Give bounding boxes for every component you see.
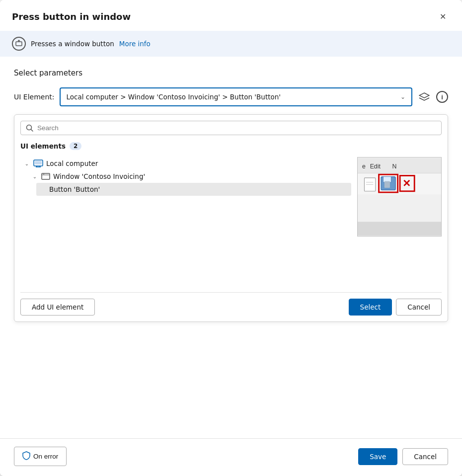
press-button-icon — [12, 37, 26, 51]
svg-line-4 — [31, 130, 33, 132]
button-label: Button 'Button' — [49, 185, 100, 193]
tree-item-window[interactable]: ⌄ Window 'Contoso Invoicing' — [28, 170, 351, 183]
layers-icon — [419, 92, 430, 101]
svg-text:Edit: Edit — [370, 163, 381, 170]
dialog-body: Select parameters UI Element: Local comp… — [0, 57, 462, 438]
search-input[interactable] — [37, 124, 436, 132]
on-error-button[interactable]: On error — [14, 447, 67, 466]
save-button[interactable]: Save — [358, 448, 397, 465]
computer-icon — [33, 159, 43, 167]
tree-item-button[interactable]: Button 'Button' — [36, 183, 351, 196]
info-bar: Presses a window button More info — [0, 31, 462, 57]
svg-text:e: e — [362, 163, 366, 170]
svg-rect-10 — [42, 173, 50, 179]
search-icon — [26, 124, 33, 132]
more-info-link[interactable]: More info — [119, 40, 151, 48]
close-button[interactable]: ✕ — [435, 9, 450, 24]
local-computer-label: Local computer — [46, 159, 98, 167]
tree-container: ⌄ Local computer — [20, 157, 442, 285]
field-row: UI Element: Local computer > Window 'Con… — [14, 87, 448, 106]
ui-elements-count: 2 — [70, 142, 81, 150]
tree-list: ⌄ Local computer — [20, 157, 351, 285]
svg-rect-22 — [385, 181, 390, 188]
panel-cancel-button[interactable]: Cancel — [396, 299, 442, 316]
cancel-button[interactable]: Cancel — [402, 448, 448, 465]
dialog-footer: On error Save Cancel — [0, 438, 462, 476]
panel-footer: Add UI element Select Cancel — [20, 292, 442, 316]
dropdown-value: Local computer > Window 'Contoso Invoici… — [67, 93, 400, 101]
window-icon — [41, 173, 50, 180]
field-label: UI Element: — [14, 93, 55, 101]
preview-box: e Edit N — [357, 157, 442, 237]
dialog-header: Press button in window ✕ — [0, 0, 462, 31]
shield-icon — [22, 451, 30, 462]
dialog-title: Press button in window — [12, 11, 131, 22]
select-button[interactable]: Select — [349, 299, 392, 316]
svg-text:✕: ✕ — [402, 178, 411, 189]
panel-left-buttons: Add UI element — [20, 299, 95, 316]
panel-right-buttons: Select Cancel — [349, 299, 442, 316]
info-text: Presses a window button — [31, 40, 114, 48]
dialog-container: Press button in window ✕ Presses a windo… — [0, 0, 462, 476]
ui-element-dropdown[interactable]: Local computer > Window 'Contoso Invoici… — [60, 87, 412, 106]
expand-icon: ⌄ — [23, 161, 30, 166]
expand-icon-2: ⌄ — [31, 174, 38, 179]
on-error-label: On error — [33, 453, 58, 460]
section-title: Select parameters — [14, 69, 448, 78]
add-ui-element-button[interactable]: Add UI element — [20, 299, 95, 316]
svg-rect-9 — [35, 161, 42, 164]
svg-rect-29 — [358, 222, 441, 236]
info-icon-button[interactable]: i — [436, 91, 448, 103]
dropdown-container: Local computer > Window 'Contoso Invoici… — [60, 87, 448, 106]
svg-rect-0 — [16, 42, 22, 46]
window-label: Window 'Contoso Invoicing' — [53, 172, 145, 180]
layers-button[interactable] — [416, 89, 432, 105]
search-box — [20, 121, 442, 135]
svg-marker-2 — [419, 93, 429, 98]
footer-left: On error — [14, 447, 67, 466]
ui-elements-header: UI elements 2 — [20, 140, 442, 152]
chevron-down-icon: ⌄ — [400, 93, 405, 100]
dropdown-panel: UI elements 2 ⌄ — [14, 114, 448, 322]
preview-image: e Edit N — [358, 158, 441, 236]
svg-text:N: N — [392, 163, 396, 170]
ui-elements-label: UI elements — [20, 142, 66, 150]
footer-right: Save Cancel — [358, 448, 448, 465]
tree-item-local-computer[interactable]: ⌄ Local computer — [20, 157, 351, 170]
